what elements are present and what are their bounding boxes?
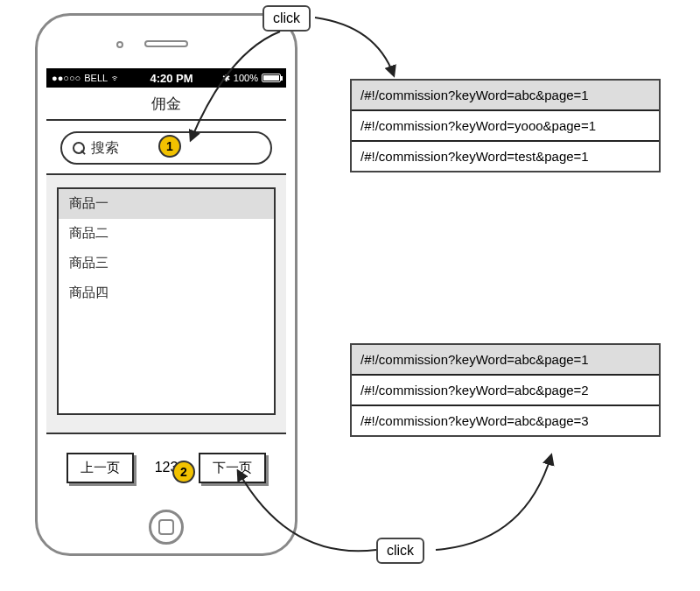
list-item[interactable]: 商品二 — [59, 219, 274, 249]
battery-pct: 100% — [234, 73, 258, 83]
carrier-label: BELL — [84, 73, 108, 83]
phone-frame: ●●○○○ BELL ᯤ 4:20 PM ✱ 100% 佣金 搜索 1 商品一 … — [35, 13, 298, 556]
wifi-icon: ᯤ — [111, 73, 121, 83]
url-row: /#!/commission?keyWord=test&page=1 — [352, 142, 659, 171]
home-button[interactable] — [149, 510, 184, 545]
page-title: 佣金 — [46, 88, 286, 121]
search-placeholder: 搜索 — [91, 139, 119, 158]
next-page-button[interactable]: 下一页 — [199, 453, 266, 483]
bluetooth-icon: ✱ — [222, 73, 230, 84]
signal-dots-icon: ●●○○○ — [52, 73, 80, 83]
product-list: 商品一 商品二 商品三 商品四 — [57, 187, 276, 415]
list-item[interactable]: 商品三 — [59, 249, 274, 278]
url-callout-bottom: /#!/commission?keyWord=abc&page=1 /#!/co… — [350, 343, 661, 437]
pager: 上一页 123 下一页 2 — [46, 433, 286, 501]
url-callout-top: /#!/commission?keyWord=abc&page=1 /#!/co… — [350, 79, 661, 172]
phone-speaker — [144, 40, 188, 47]
annotation-badge-2: 2 — [172, 461, 195, 483]
url-row: /#!/commission?keyWord=yooo&page=1 — [352, 111, 659, 142]
annotation-badge-1: 1 — [158, 135, 181, 158]
title-text: 佣金 — [151, 94, 181, 114]
click-label-top: click — [262, 5, 311, 32]
search-icon — [73, 142, 86, 155]
click-label-bottom: click — [376, 538, 424, 564]
phone-screen: ●●○○○ BELL ᯤ 4:20 PM ✱ 100% 佣金 搜索 1 商品一 … — [46, 68, 286, 501]
url-row: /#!/commission?keyWord=abc&page=1 — [352, 81, 659, 111]
list-item[interactable]: 商品四 — [59, 278, 274, 308]
search-area: 搜索 1 — [46, 121, 286, 175]
url-row: /#!/commission?keyWord=abc&page=1 — [352, 345, 659, 376]
url-row: /#!/commission?keyWord=abc&page=3 — [352, 406, 659, 435]
prev-page-button[interactable]: 上一页 — [66, 453, 134, 483]
battery-icon — [262, 74, 281, 82]
url-row: /#!/commission?keyWord=abc&page=2 — [352, 376, 659, 406]
clock: 4:20 PM — [150, 72, 192, 85]
list-item[interactable]: 商品一 — [59, 189, 274, 219]
status-bar: ●●○○○ BELL ᯤ 4:20 PM ✱ 100% — [46, 68, 286, 88]
phone-camera — [116, 41, 123, 48]
